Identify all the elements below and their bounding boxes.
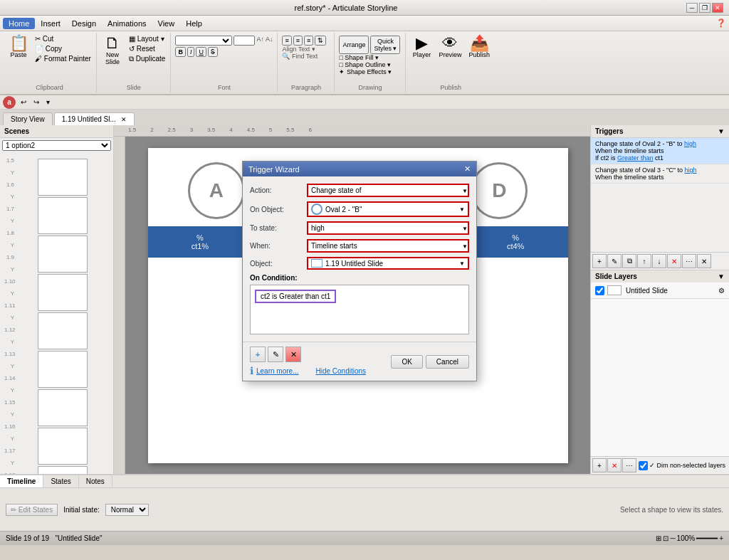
layer-delete-btn[interactable]: ✕ bbox=[607, 458, 622, 472]
dim-layers-checkbox[interactable] bbox=[639, 461, 648, 470]
slide-thumb-1_6[interactable] bbox=[38, 197, 88, 234]
layer-settings-icon[interactable]: ⚙ bbox=[718, 287, 725, 295]
menu-animations[interactable]: Animations bbox=[102, 18, 152, 29]
zoom-in-btn[interactable]: + bbox=[719, 534, 723, 542]
trigger-wizard-close[interactable]: ✕ bbox=[464, 164, 471, 174]
ok-button[interactable]: OK bbox=[391, 355, 422, 369]
underline-button[interactable]: U bbox=[196, 47, 206, 57]
add-condition-button[interactable]: + bbox=[250, 347, 266, 362]
layout-button[interactable]: ▦ Layout ▾ bbox=[127, 34, 167, 43]
preview-button[interactable]: 👁 Preview bbox=[436, 34, 464, 60]
strikethrough-button[interactable]: S̶ bbox=[208, 47, 218, 57]
menu-design[interactable]: Design bbox=[66, 18, 102, 29]
slide-thumb-1_13[interactable] bbox=[38, 466, 88, 474]
slide-thumb-1_5[interactable] bbox=[38, 159, 88, 196]
trigger-1-cond-link[interactable]: Greater than bbox=[617, 154, 654, 162]
slide-thumb-1_10[interactable] bbox=[38, 351, 88, 388]
italic-button[interactable]: I bbox=[187, 47, 195, 57]
restore-button[interactable]: ❐ bbox=[699, 3, 710, 13]
shape-effects-button[interactable]: ✦ Shape Effects ▾ bbox=[339, 68, 401, 75]
trigger-edit-btn[interactable]: ✎ bbox=[607, 254, 622, 268]
minimize-button[interactable]: ─ bbox=[686, 3, 698, 13]
condition-item[interactable]: ct2 is Greater than ct1 bbox=[255, 290, 336, 303]
layer-visibility-checkbox[interactable] bbox=[595, 286, 604, 295]
slide-thumb-1_11[interactable] bbox=[38, 389, 88, 426]
slide-layers-expand[interactable]: ▼ bbox=[718, 273, 725, 280]
cancel-button[interactable]: Cancel bbox=[426, 355, 469, 369]
trigger-2-link[interactable]: high bbox=[684, 167, 696, 174]
tab-story-view[interactable]: Story View bbox=[3, 112, 53, 125]
bottom-tab-notes[interactable]: Notes bbox=[79, 475, 112, 487]
trigger-1-link[interactable]: high bbox=[684, 140, 696, 147]
shape-fill-button[interactable]: □ Shape Fill ▾ bbox=[339, 54, 401, 61]
edit-condition-button[interactable]: ✎ bbox=[268, 347, 283, 362]
quick-styles-button[interactable]: QuickStyles ▾ bbox=[370, 36, 400, 54]
bottom-tab-timeline[interactable]: Timeline bbox=[0, 475, 43, 487]
shape-outline-button[interactable]: □ Shape Outline ▾ bbox=[339, 61, 401, 68]
zoom-out-btn[interactable]: ─ bbox=[670, 534, 675, 542]
delete-condition-button[interactable]: ✕ bbox=[285, 347, 301, 362]
tw-action-select[interactable]: Change state of bbox=[307, 184, 469, 197]
menu-home[interactable]: Home bbox=[3, 18, 35, 29]
text-direction-button[interactable]: ⇅ bbox=[315, 36, 326, 46]
duplicate-button[interactable]: ⧉ Duplicate bbox=[127, 54, 167, 64]
trigger-extra1-btn[interactable]: ⋯ bbox=[682, 254, 696, 268]
slide-thumb-1_12[interactable] bbox=[38, 428, 88, 465]
edit-states-button[interactable]: ✏ Edit States bbox=[6, 504, 58, 516]
trigger-item-2[interactable]: Change state of Oval 3 - "C" to high Whe… bbox=[591, 164, 729, 184]
cut-button[interactable]: ✂ Cut bbox=[33, 34, 93, 43]
trigger-copy-btn[interactable]: ⧉ bbox=[622, 254, 636, 268]
find-text-button[interactable]: 🔍 Find Text bbox=[282, 53, 330, 60]
layer-extra1-btn[interactable]: ⋯ bbox=[622, 458, 636, 472]
tab-close-button[interactable]: ✕ bbox=[121, 116, 127, 123]
align-right-button[interactable]: ≡ bbox=[304, 36, 313, 46]
trigger-up-btn[interactable]: ↑ bbox=[637, 254, 651, 268]
font-size-input[interactable] bbox=[234, 36, 255, 46]
tw-state-select[interactable]: high bbox=[307, 221, 469, 235]
align-left-button[interactable]: ≡ bbox=[282, 36, 291, 46]
help-icon[interactable]: ❓ bbox=[716, 19, 726, 28]
redo-button[interactable]: ↪ bbox=[31, 97, 41, 107]
tw-when-select[interactable]: Timeline starts bbox=[307, 239, 469, 253]
bottom-tab-states[interactable]: States bbox=[43, 475, 78, 487]
menu-help[interactable]: Help bbox=[180, 18, 208, 29]
scene-select[interactable]: 1 option2 bbox=[2, 140, 111, 151]
format-painter-button[interactable]: 🖌 Format Painter bbox=[33, 54, 93, 63]
qa-extra[interactable]: ▾ bbox=[44, 97, 52, 107]
slide-thumb-1_8[interactable] bbox=[38, 274, 88, 311]
new-slide-button[interactable]: 🗋 NewSlide bbox=[100, 34, 125, 67]
tab-slide-editor[interactable]: 1.19 Untitled Sl... ✕ bbox=[54, 112, 135, 125]
menu-view[interactable]: View bbox=[152, 18, 181, 29]
learn-more-link[interactable]: Learn more... bbox=[256, 367, 298, 375]
font-size-down[interactable]: A↓ bbox=[266, 36, 273, 46]
zoom-slider[interactable]: ━━━━━ bbox=[696, 534, 718, 542]
undo-button[interactable]: ↩ bbox=[19, 97, 28, 107]
paste-button[interactable]: 📋 Paste bbox=[6, 34, 31, 60]
copy-button[interactable]: 📄 Copy bbox=[33, 44, 93, 53]
player-button[interactable]: ▶ Player bbox=[409, 34, 434, 60]
reset-button[interactable]: ↺ Reset bbox=[127, 44, 167, 53]
trigger-down-btn[interactable]: ↓ bbox=[652, 254, 666, 268]
menu-insert[interactable]: Insert bbox=[35, 18, 66, 29]
font-family-select[interactable] bbox=[175, 36, 232, 46]
slide-thumb-1_9[interactable] bbox=[38, 312, 88, 349]
close-button[interactable]: ✕ bbox=[712, 3, 723, 13]
align-center-button[interactable]: ≡ bbox=[293, 36, 303, 46]
trigger-delete-btn[interactable]: ✕ bbox=[667, 254, 681, 268]
fit-view-btn[interactable]: ⊡ bbox=[663, 534, 668, 542]
grid-view-btn[interactable]: ⊞ bbox=[656, 534, 661, 542]
initial-state-select[interactable]: Normal bbox=[105, 504, 149, 516]
trigger-extra2-btn[interactable]: ✕ bbox=[697, 254, 711, 268]
bold-button[interactable]: B bbox=[175, 47, 186, 57]
layer-add-btn[interactable]: + bbox=[592, 458, 607, 472]
publish-button[interactable]: 📤 Publish bbox=[466, 34, 493, 60]
hide-conditions-link[interactable]: Hide Conditions bbox=[315, 367, 366, 375]
slide-thumb-1_7[interactable] bbox=[38, 236, 88, 273]
slide-layer-item[interactable]: Untitled Slide ⚙ bbox=[591, 282, 729, 299]
font-size-up[interactable]: A↑ bbox=[256, 36, 264, 46]
arrange-button[interactable]: Arrange bbox=[339, 36, 369, 54]
scenes-dropdown[interactable]: 1 option2 bbox=[2, 140, 111, 151]
trigger-add-btn[interactable]: + bbox=[592, 254, 607, 268]
trigger-item-1[interactable]: Change state of Oval 2 - "B" to high Whe… bbox=[591, 138, 729, 164]
triggers-expand[interactable]: ▼ bbox=[718, 127, 725, 135]
